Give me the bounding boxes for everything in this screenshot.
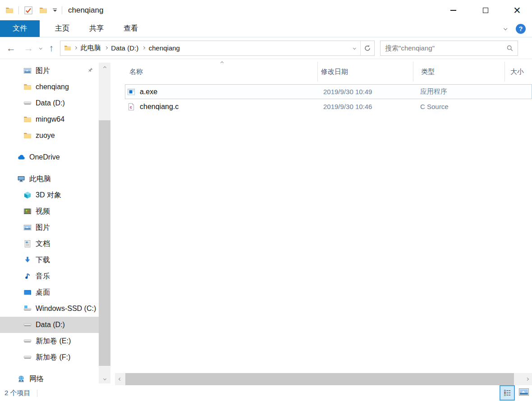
thumbnail-view-icon (518, 387, 529, 397)
status-bar: 2 个项目 (0, 385, 532, 401)
divider (18, 6, 19, 14)
chevron-right-icon[interactable] (74, 46, 77, 49)
close-button[interactable] (507, 3, 527, 18)
3d-objects-icon (23, 191, 32, 199)
sidebar-item-videos[interactable]: 视频 (0, 203, 99, 219)
sidebar-item-chenqiang[interactable]: chenqiang (0, 79, 99, 95)
up-button[interactable] (49, 43, 54, 53)
file-type: C Source (412, 103, 504, 110)
scroll-up-chevron-icon[interactable] (99, 63, 110, 73)
back-button[interactable] (6, 43, 16, 53)
tab-view[interactable]: 查看 (114, 20, 148, 37)
folder-icon (23, 115, 32, 123)
scroll-left-chevron-icon[interactable] (115, 373, 125, 385)
forward-button[interactable] (24, 43, 33, 53)
tab-file[interactable]: 文件 (0, 20, 40, 37)
folder-icon (23, 132, 32, 140)
details-view-icon (503, 389, 511, 397)
new-folder-button[interactable] (39, 6, 47, 14)
chevron-down-icon (53, 10, 57, 12)
customize-quick-access-button[interactable] (53, 9, 57, 12)
address-bar[interactable]: 此电脑 Data (D:) chenqiang (60, 41, 375, 56)
tab-home[interactable]: 主页 (45, 20, 79, 37)
maximize-button[interactable] (475, 3, 496, 18)
file-list-pane: 名称 修改日期 类型 大小 a.exe 2019/9/30 10:49 应用程序… (111, 59, 532, 385)
column-header-date-modified[interactable]: 修改日期 (318, 62, 413, 82)
window-title: chenqiang (68, 6, 103, 15)
details-view-button[interactable] (500, 385, 515, 401)
tab-share[interactable]: 共享 (79, 20, 114, 37)
pictures-icon (23, 223, 32, 232)
scroll-right-chevron-icon[interactable] (522, 373, 532, 385)
navigation-pane: 图片 chenqiang Data (D:) mingw64 zuoye (0, 59, 111, 385)
music-icon (23, 272, 32, 280)
sidebar-scrollbar[interactable] (99, 63, 110, 383)
videos-icon (23, 207, 32, 215)
sidebar-item-onedrive[interactable]: OneDrive (0, 149, 99, 165)
search-icon[interactable] (506, 45, 514, 52)
windows-drive-icon (23, 305, 32, 313)
column-header-size[interactable]: 大小 (505, 62, 532, 82)
breadcrumb-this-pc[interactable]: 此电脑 (81, 44, 101, 52)
sidebar-item-pictures-quickaccess[interactable]: 图片 (0, 63, 99, 79)
drive-icon (23, 353, 32, 361)
pictures-icon (23, 67, 32, 75)
recent-locations-chevron-icon[interactable] (39, 46, 42, 49)
checkmark-icon (24, 6, 33, 15)
this-pc-icon (17, 175, 25, 183)
sidebar-item-new-volume-f[interactable]: 新加卷 (F:) (0, 349, 99, 365)
sidebar-item-documents[interactable]: 文档 (0, 236, 99, 252)
help-button[interactable]: ? (516, 24, 526, 34)
divider (37, 390, 37, 397)
c-file-icon: c (127, 103, 135, 111)
file-row-a-exe[interactable]: a.exe 2019/9/30 10:49 应用程序 (125, 84, 532, 99)
folder-icon (5, 6, 14, 14)
sidebar-item-3d-objects[interactable]: 3D 对象 (0, 187, 99, 203)
search-box[interactable] (380, 41, 518, 56)
onedrive-icon (17, 153, 25, 161)
minimize-ribbon-chevron-icon[interactable] (503, 27, 507, 31)
file-row-chenqiang-c[interactable]: c chenqiang.c 2019/9/30 10:46 C Source (125, 99, 532, 114)
chevron-right-icon[interactable] (105, 46, 107, 49)
sidebar-item-mingw64[interactable]: mingw64 (0, 111, 99, 128)
sidebar-item-network[interactable]: 网络 (0, 371, 99, 385)
documents-icon (23, 240, 32, 248)
folder-icon (39, 6, 47, 14)
sidebar-item-windows-ssd-c[interactable]: Windows-SSD (C:) (0, 301, 99, 317)
svg-text:c: c (130, 105, 133, 109)
drive-icon (23, 337, 32, 345)
pin-icon[interactable] (87, 67, 93, 74)
address-dropdown-button[interactable] (349, 47, 360, 49)
column-header-name[interactable]: 名称 (117, 62, 318, 82)
sidebar-item-pictures[interactable]: 图片 (0, 219, 99, 236)
column-header-type[interactable]: 类型 (413, 62, 505, 82)
horizontal-scrollbar[interactable] (115, 373, 532, 385)
downloads-icon (23, 256, 32, 264)
sidebar-item-data-d-quickaccess[interactable]: Data (D:) (0, 95, 99, 111)
thumbnail-view-button[interactable] (517, 385, 531, 399)
refresh-icon (364, 45, 371, 52)
breadcrumb-data-d[interactable]: Data (D:) (111, 44, 138, 52)
column-header-row: 名称 修改日期 类型 大小 (117, 62, 532, 82)
sidebar-item-this-pc[interactable]: 此电脑 (0, 171, 99, 187)
properties-check-button[interactable] (24, 6, 33, 15)
chevron-down-icon (353, 46, 356, 49)
sidebar-item-new-volume-e[interactable]: 新加卷 (E:) (0, 333, 99, 349)
minimize-button[interactable] (443, 3, 463, 18)
search-input[interactable] (381, 44, 506, 52)
scroll-down-chevron-icon[interactable] (99, 374, 110, 383)
sidebar-item-zuoye[interactable]: zuoye (0, 128, 99, 144)
file-date-modified: 2019/9/30 10:49 (316, 88, 412, 96)
file-name: chenqiang.c (140, 103, 179, 111)
sidebar-item-data-d[interactable]: Data (D:) (0, 317, 99, 333)
sidebar-item-desktop[interactable]: 桌面 (0, 284, 99, 301)
sidebar-scrollbar-thumb[interactable] (99, 120, 110, 366)
sidebar-item-downloads[interactable]: 下载 (0, 252, 99, 268)
chevron-right-icon[interactable] (142, 46, 145, 49)
drive-icon (23, 321, 32, 329)
folder-icon (64, 45, 71, 52)
breadcrumb-chenqiang[interactable]: chenqiang (149, 44, 180, 52)
sidebar-item-music[interactable]: 音乐 (0, 268, 99, 284)
refresh-button[interactable] (361, 45, 374, 52)
horizontal-scrollbar-thumb[interactable] (125, 373, 514, 385)
